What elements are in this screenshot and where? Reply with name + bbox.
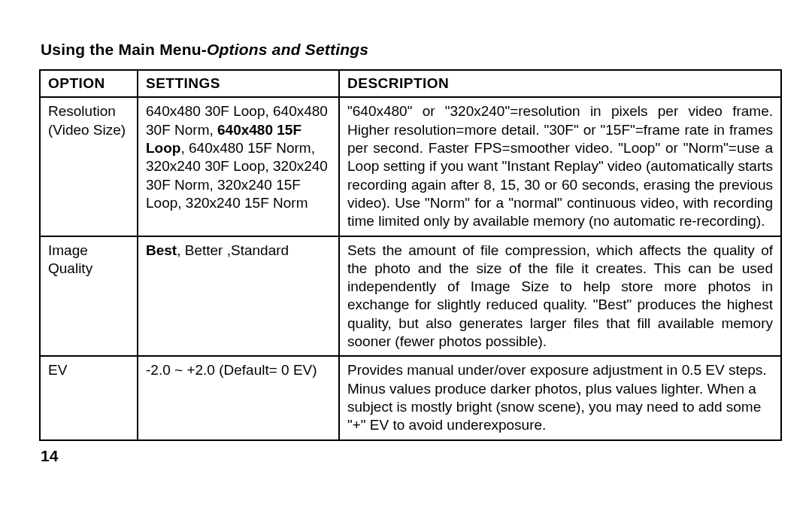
settings-cell: -2.0 ~ +2.0 (Default= 0 EV) bbox=[138, 356, 339, 439]
option-line: (Video Size) bbox=[48, 122, 126, 138]
description-cell: Provides manual under/over exposure adju… bbox=[339, 356, 781, 439]
page-number: 14 bbox=[41, 447, 779, 465]
col-settings: SETTINGS bbox=[138, 70, 339, 97]
option-line: Quality bbox=[48, 260, 92, 276]
description-cell: "640x480" or "320x240"=resolution in pix… bbox=[339, 97, 781, 236]
table-row: EV -2.0 ~ +2.0 (Default= 0 EV) Provides … bbox=[40, 356, 781, 439]
manual-page: Using the Main Menu-Options and Settings… bbox=[0, 0, 812, 480]
table-row: Resolution (Video Size) 640x480 30F Loop… bbox=[40, 97, 781, 236]
table-row: Image Quality Best, Better ,Standard Set… bbox=[40, 236, 781, 357]
table-header-row: OPTION SETTINGS DESCRIPTION bbox=[40, 70, 781, 97]
heading-emphasis: Options and Settings bbox=[207, 41, 368, 58]
settings-text: , Better ,Standard bbox=[177, 242, 289, 258]
option-line: Resolution bbox=[48, 103, 116, 119]
col-description: DESCRIPTION bbox=[339, 70, 781, 97]
heading-prefix: Using the Main Menu- bbox=[41, 41, 207, 58]
option-line: Image bbox=[48, 242, 88, 258]
page-heading: Using the Main Menu-Options and Settings bbox=[41, 41, 779, 59]
option-cell: Image Quality bbox=[40, 236, 138, 357]
option-cell: Resolution (Video Size) bbox=[40, 97, 138, 236]
settings-cell: Best, Better ,Standard bbox=[138, 236, 339, 357]
option-cell: EV bbox=[40, 356, 138, 439]
col-option: OPTION bbox=[40, 70, 138, 97]
description-cell: Sets the amount of file compression, whi… bbox=[339, 236, 781, 357]
settings-cell: 640x480 30F Loop, 640x480 30F Norm, 640x… bbox=[138, 97, 339, 236]
settings-default: Best bbox=[146, 242, 177, 258]
options-table: OPTION SETTINGS DESCRIPTION Resolution (… bbox=[39, 69, 782, 441]
